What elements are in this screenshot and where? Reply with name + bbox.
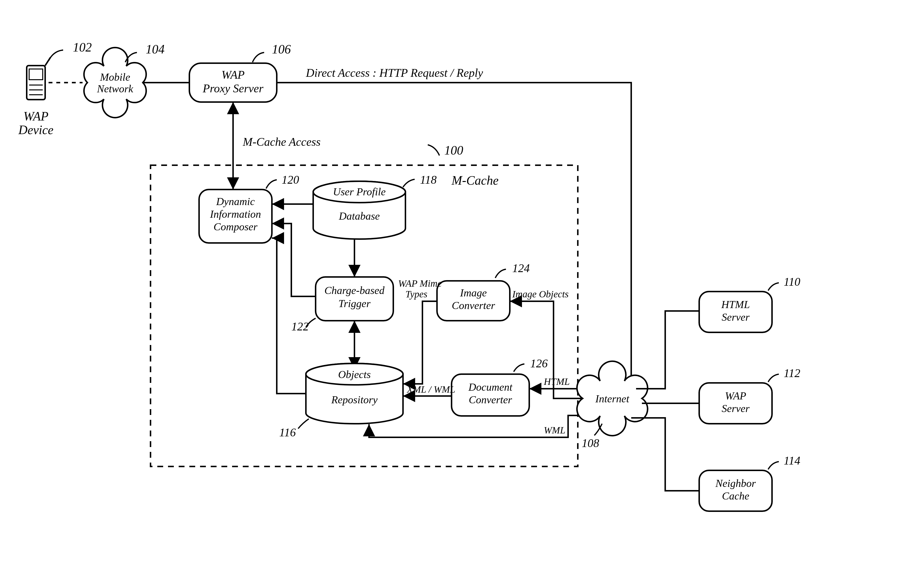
internet-label: Internet (595, 393, 630, 405)
svg-rect-2 (29, 69, 43, 80)
edge-wap-mime: WAP Mime Types (398, 278, 442, 384)
objects-repository: Objects Repository 116 (279, 363, 403, 439)
ref-100: 100 (444, 143, 463, 157)
ref-104: 104 (146, 42, 165, 56)
mobile-network-cloud: Mobile Network 104 (84, 42, 165, 118)
dic-l3: Composer (214, 221, 258, 233)
diagram: WAP Device 102 Mobile Network 104 WAP Pr… (0, 0, 924, 586)
edge-mcache-access: M-Cache Access (233, 102, 320, 189)
internet-cloud: Internet 108 (577, 361, 648, 449)
wap-proxy-server: WAP Proxy Server 106 (189, 42, 291, 102)
dic-l1: Dynamic (216, 195, 255, 207)
mcache-title: M-Cache (451, 174, 498, 187)
trig-l1: Charge-based (324, 285, 385, 296)
wap-server: WAP Server 112 (699, 367, 800, 424)
ref-126: 126 (530, 357, 548, 370)
edge-wml: WML (369, 415, 592, 437)
ref-116: 116 (279, 426, 296, 439)
docc-l1: Document (468, 381, 513, 393)
html-srv-l1: HTML (721, 299, 750, 311)
ref-114: 114 (784, 454, 800, 467)
wap-device-label-1: WAP (23, 109, 48, 123)
udb-l1: User Profile (333, 186, 386, 198)
html-server: HTML Server 110 (699, 275, 800, 332)
wap-device-label-2: Device (18, 123, 53, 137)
docc-l2: Converter (469, 394, 512, 406)
repo-l2: Repository (331, 394, 378, 406)
wap-device: WAP Device 102 (18, 40, 92, 137)
edge-xml-wml: XML / WML (403, 384, 455, 396)
ref-124: 124 (512, 262, 530, 275)
nbr-l2: Cache (722, 490, 749, 502)
html-srv-l2: Server (722, 311, 750, 323)
user-profile-database: User Profile Database 118 (313, 173, 437, 239)
image-objects-label: Image Objects (512, 289, 569, 300)
imgc-l1: Image (460, 287, 487, 299)
wap-mime-label-1: WAP Mime (398, 278, 442, 289)
repo-l1: Objects (338, 369, 371, 381)
direct-access-label: Direct Access : HTTP Request / Reply (306, 66, 483, 79)
wml-label: WML (544, 425, 566, 435)
wap-srv-l1: WAP (725, 390, 746, 402)
neighbor-cache: Neighbor Cache 114 (699, 454, 800, 511)
imgc-l2: Converter (452, 300, 495, 311)
ref-106: 106 (272, 42, 291, 56)
trig-l2: Trigger (338, 298, 371, 310)
document-converter: Document Converter 126 (452, 357, 548, 416)
dynamic-information-composer: Dynamic Information Composer 120 (199, 173, 299, 243)
edge-html: HTML (529, 376, 582, 389)
wap-srv-l2: Server (722, 402, 750, 414)
udb-l2: Database (339, 210, 380, 222)
ref-118: 118 (420, 173, 437, 186)
proxy-label-1: WAP (221, 68, 244, 81)
xml-wml-label: XML / WML (406, 384, 455, 395)
mcache-access-label: M-Cache Access (243, 135, 320, 148)
ref-110: 110 (784, 275, 800, 288)
wap-mime-label-2: Types (406, 289, 427, 300)
ref-108: 108 (582, 437, 599, 449)
ref-112: 112 (784, 367, 800, 379)
ref-120: 120 (282, 173, 299, 186)
charge-based-trigger: Charge-based Trigger 122 (291, 277, 393, 333)
dic-l2: Information (210, 208, 261, 220)
proxy-label-2: Proxy Server (203, 82, 263, 95)
mobile-net-label-2: Network (97, 83, 134, 95)
html-label: HTML (544, 376, 570, 387)
nbr-l1: Neighbor (715, 477, 756, 489)
ref-102: 102 (73, 40, 92, 54)
mobile-net-label-1: Mobile (100, 71, 130, 83)
